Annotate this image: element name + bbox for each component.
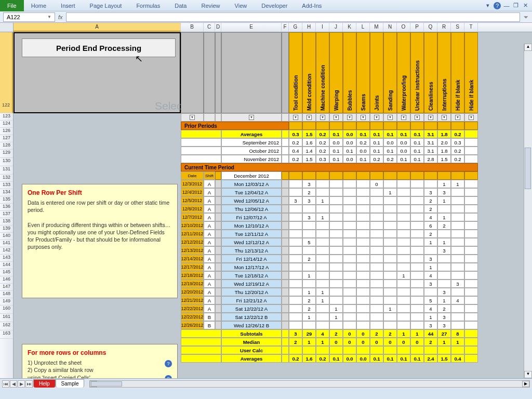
data-value[interactable] [370, 288, 383, 296]
data-value[interactable] [370, 304, 383, 313]
tab-addins[interactable]: Add-Ins [295, 1, 329, 10]
row-128[interactable]: 128 [0, 142, 13, 150]
data-value[interactable] [289, 296, 302, 304]
averages-label[interactable]: Averages [221, 130, 282, 138]
spacer[interactable] [282, 329, 289, 338]
shift-cell[interactable]: A [204, 196, 215, 205]
spacer[interactable] [215, 180, 221, 188]
data-value[interactable] [383, 221, 397, 230]
median-label[interactable]: Median [221, 338, 282, 346]
shift-cell[interactable]: A [204, 288, 215, 296]
col-f[interactable]: F [282, 23, 289, 32]
spacer[interactable] [215, 213, 221, 221]
subtotals-value[interactable]: 8 [451, 329, 464, 338]
subtotals-value[interactable]: 3 [289, 329, 302, 338]
date-cell[interactable]: 12/26/2012 [181, 321, 204, 329]
row-135[interactable]: 135 [0, 196, 13, 204]
shift-cell[interactable]: B [204, 313, 215, 321]
prior-value[interactable]: 0.2 [316, 147, 329, 155]
data-value[interactable] [410, 205, 424, 213]
spacer[interactable] [282, 313, 289, 321]
filter-cell[interactable]: ▼ [424, 113, 437, 122]
spacer[interactable] [181, 346, 221, 354]
category-header[interactable]: Joints [370, 32, 383, 113]
data-value[interactable] [464, 271, 478, 280]
spacer[interactable] [356, 171, 370, 180]
window-restore-icon[interactable]: ❐ [512, 2, 520, 9]
shift-cell[interactable]: A [204, 230, 215, 238]
shift-cell[interactable]: A [204, 180, 215, 188]
day-label[interactable]: Sat 12/22/12 B [221, 313, 282, 321]
usercalc-value[interactable] [424, 346, 437, 354]
median-value[interactable]: 0 [329, 338, 343, 346]
spacer[interactable] [282, 280, 289, 288]
shift-cell[interactable]: A [204, 304, 215, 313]
filter-cell[interactable]: ▼ [221, 113, 282, 122]
col-p[interactable]: P [410, 23, 424, 32]
date-cell[interactable]: 12/11/2012 [181, 230, 204, 238]
spacer[interactable] [215, 280, 221, 288]
data-value[interactable]: 1 [302, 271, 316, 280]
data-value[interactable] [424, 246, 437, 255]
data-value[interactable] [451, 205, 464, 213]
tab-formulas[interactable]: Formulas [129, 1, 167, 10]
filter-cell[interactable]: ▼ [437, 113, 451, 122]
data-value[interactable] [356, 180, 370, 188]
data-value[interactable] [451, 313, 464, 321]
date-cell[interactable]: 12/5/2012 [181, 196, 204, 205]
subtotals-value[interactable]: 1 [410, 329, 424, 338]
row-132[interactable]: 132 [0, 175, 13, 182]
data-value[interactable]: 1 [397, 271, 410, 280]
median-value[interactable]: 0 [410, 338, 424, 346]
data-value[interactable] [464, 255, 478, 263]
data-value[interactable] [464, 221, 478, 230]
prior-period-label[interactable]: September 2012 [221, 138, 282, 147]
data-value[interactable] [397, 205, 410, 213]
data-value[interactable] [383, 213, 397, 221]
day-label[interactable]: Tue 12/18/12 A [221, 271, 282, 280]
filter-dropdown-icon[interactable]: ▼ [307, 115, 312, 120]
spacer[interactable] [282, 321, 289, 329]
usercalc-value[interactable] [302, 346, 316, 354]
data-value[interactable] [289, 180, 302, 188]
row-124[interactable]: 124 [0, 121, 13, 128]
data-value[interactable] [289, 188, 302, 196]
spacer[interactable] [215, 321, 221, 329]
data-value[interactable] [451, 288, 464, 296]
spacer[interactable] [282, 196, 289, 205]
avg-value[interactable] [464, 130, 478, 138]
category-header[interactable]: Bubbles [343, 32, 356, 113]
subtotals-value[interactable] [464, 329, 478, 338]
section-cell[interactable] [410, 122, 424, 130]
filter-cell[interactable] [215, 113, 221, 122]
row-131[interactable]: 131 [0, 166, 13, 175]
scroll-thumb[interactable] [525, 148, 531, 189]
median-value[interactable]: 0 [397, 338, 410, 346]
data-value[interactable] [356, 246, 370, 255]
avg-value[interactable]: 0.1 [370, 130, 383, 138]
prior-value[interactable]: 1.6 [302, 138, 316, 147]
data-value[interactable] [289, 238, 302, 246]
data-value[interactable] [316, 304, 329, 313]
category-header[interactable]: Unclear instructions [410, 32, 424, 113]
averages2-value[interactable]: 0.1 [410, 354, 424, 363]
data-value[interactable] [383, 246, 397, 255]
spacer[interactable] [383, 171, 397, 180]
data-value[interactable] [397, 313, 410, 321]
data-value[interactable] [370, 205, 383, 213]
data-value[interactable] [410, 246, 424, 255]
col-c[interactable]: C [204, 23, 215, 32]
avg-value[interactable]: 0.1 [329, 130, 343, 138]
data-value[interactable]: 1 [329, 304, 343, 313]
section-cell[interactable] [289, 122, 302, 130]
data-value[interactable] [410, 196, 424, 205]
category-header[interactable]: Warping [329, 32, 343, 113]
section-cell[interactable] [329, 122, 343, 130]
data-value[interactable] [464, 313, 478, 321]
data-value[interactable] [383, 255, 397, 263]
tab-nav-last-icon[interactable]: ⏭ [25, 380, 33, 388]
prior-value[interactable]: 0.0 [329, 138, 343, 147]
prior-value[interactable]: 0.0 [356, 147, 370, 155]
data-value[interactable]: 3 [424, 280, 437, 288]
spacer[interactable] [282, 138, 289, 147]
